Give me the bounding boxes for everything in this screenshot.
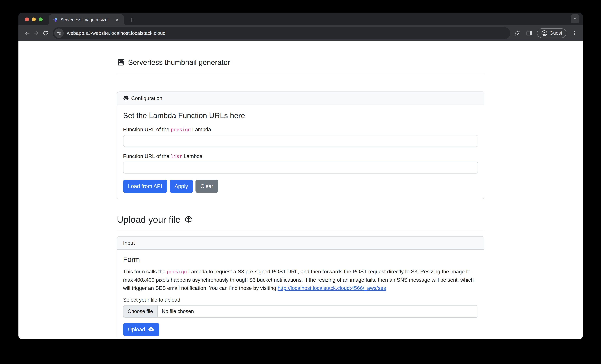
file-status-text: No file chosen	[158, 305, 198, 317]
tab-close-icon[interactable]	[114, 17, 120, 23]
tab-search-button[interactable]	[571, 14, 580, 23]
url-text: webapp.s3-website.localhost.localstack.c…	[67, 30, 166, 36]
presign-url-label: Function URL of the presign Lambda	[123, 126, 478, 133]
upload-heading-row: Upload your file	[117, 214, 484, 225]
browser-tab[interactable]: Serverless image resizer	[49, 14, 124, 25]
new-tab-button[interactable]	[128, 16, 135, 23]
presign-code: presign	[167, 269, 187, 274]
url-bar[interactable]: webapp.s3-website.localhost.localstack.c…	[53, 27, 510, 39]
divider	[117, 231, 484, 231]
config-heading: Set the Lambda Function URLs here	[123, 111, 478, 120]
window-controls	[25, 18, 43, 21]
profile-button[interactable]: Guest	[537, 29, 566, 38]
tab-favicon	[53, 18, 58, 22]
guest-avatar-icon	[541, 30, 547, 36]
apply-button[interactable]: Apply	[170, 180, 193, 193]
file-input[interactable]: Choose file No file chosen	[123, 305, 478, 318]
config-buttons: Load from API Apply Clear	[123, 180, 478, 193]
energy-saver-icon[interactable]	[513, 29, 521, 37]
load-from-api-button[interactable]: Load from API	[123, 180, 167, 193]
forward-button[interactable]	[32, 29, 41, 38]
fullscreen-window-button[interactable]	[39, 18, 43, 21]
images-icon	[117, 59, 125, 66]
upload-heading: Upload your file	[117, 214, 180, 225]
list-url-label: Function URL of the list Lambda	[123, 153, 478, 160]
choose-file-button[interactable]: Choose file	[123, 305, 158, 317]
tab-title: Serverless image resizer	[60, 17, 111, 22]
upload-button-label: Upload	[128, 326, 145, 333]
browser-window: Serverless image resizer	[19, 13, 583, 339]
page-title: Serverless thumbnail generator	[128, 58, 230, 67]
back-button[interactable]	[23, 29, 32, 38]
input-card-header: Input	[117, 237, 484, 250]
profile-label: Guest	[550, 30, 562, 36]
list-url-input[interactable]	[123, 162, 478, 173]
clear-button[interactable]: Clear	[195, 180, 218, 193]
cloud-upload-icon	[184, 215, 193, 224]
select-file-label: Select your file to upload	[123, 297, 478, 303]
configuration-card: Configuration Set the Lambda Function UR…	[117, 91, 484, 199]
input-card-title: Input	[123, 240, 135, 246]
cloud-upload-fill-icon	[147, 326, 154, 333]
page-title-row: Serverless thumbnail generator	[117, 58, 484, 67]
form-description: This form calls the presign Lambda to re…	[123, 267, 478, 292]
configuration-card-header: Configuration	[117, 92, 484, 105]
side-panel-icon[interactable]	[525, 29, 533, 37]
browser-menu-button[interactable]	[570, 29, 579, 37]
input-card: Input Form This form calls the presign L…	[117, 236, 484, 339]
toolbar-actions: Guest	[513, 29, 579, 38]
gear-icon	[123, 95, 129, 101]
reload-button[interactable]	[41, 29, 50, 38]
upload-button[interactable]: Upload	[123, 323, 160, 336]
site-settings-icon[interactable]	[54, 29, 64, 38]
form-heading: Form	[123, 255, 478, 264]
page-content: Serverless thumbnail generator	[19, 41, 583, 339]
minimize-window-button[interactable]	[32, 18, 36, 21]
ses-link[interactable]: http://localhost.localstack.cloud:4566/_…	[278, 285, 386, 291]
configuration-card-title: Configuration	[131, 95, 162, 101]
tab-strip: Serverless image resizer	[19, 13, 583, 25]
list-code: list	[171, 153, 182, 159]
chevron-down-icon	[572, 16, 578, 21]
browser-toolbar: webapp.s3-website.localhost.localstack.c…	[19, 25, 583, 41]
presign-code: presign	[171, 127, 191, 132]
presign-url-input[interactable]	[123, 135, 478, 147]
close-window-button[interactable]	[25, 18, 29, 21]
divider	[117, 74, 484, 74]
